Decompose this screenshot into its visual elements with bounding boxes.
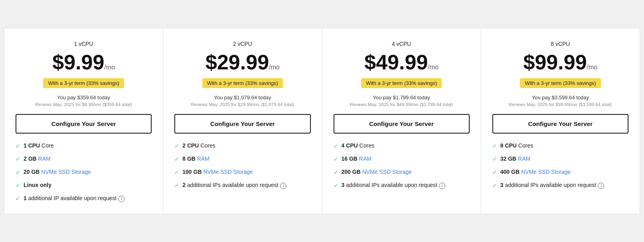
feature-colored: NVMe SSD Storage (202, 169, 253, 175)
features-list: ✓4 CPU Cores✓16 GB RAM✓200 GB NVMe SSD S… (334, 142, 470, 189)
features-list: ✓8 CPU Cores✓32 GB RAM✓400 GB NVMe SSD S… (492, 142, 628, 189)
feature-item: ✓Linux only (16, 182, 152, 189)
pricing-cards: 1 vCPU$9.99/moWith a 3-yr term (33% savi… (4, 29, 640, 213)
vcpu-label: 8 vCPU (492, 41, 628, 47)
feature-text: 8 CPU Cores (500, 142, 533, 149)
feature-rest: Cores (358, 142, 374, 149)
pricing-card-plan-8vcpu: 8 vCPU$99.99/moWith a 3-yr term (33% sav… (481, 29, 640, 213)
feature-rest: additional IP available upon request (27, 195, 117, 201)
feature-item: ✓100 GB NVMe SSD Storage (174, 169, 310, 175)
pay-today: You pay $1,079.64 today (174, 94, 310, 100)
configure-button[interactable]: Configure Your Server (174, 114, 310, 134)
check-icon: ✓ (16, 169, 20, 175)
price-amount: $9.99 (52, 51, 104, 74)
feature-text: 2 GB RAM (24, 155, 51, 162)
features-list: ✓1 CPU Core✓2 GB RAM✓20 GB NVMe SSD Stor… (16, 142, 152, 202)
info-icon[interactable]: i (439, 183, 445, 189)
feature-item: ✓1 CPU Core (16, 142, 152, 149)
check-icon: ✓ (492, 143, 497, 149)
feature-item: ✓2 GB RAM (16, 155, 152, 162)
feature-bold: 1 (24, 195, 27, 201)
feature-colored: RAM (516, 155, 530, 162)
configure-button[interactable]: Configure Your Server (334, 114, 470, 134)
feature-rest: Cores (199, 142, 215, 149)
check-icon: ✓ (16, 195, 20, 202)
feature-bold: 2 CPU (182, 142, 199, 149)
savings-badge: With a 3-yr term (33% savings) (43, 78, 124, 88)
feature-text: 8 GB RAM (182, 155, 209, 162)
check-icon: ✓ (16, 156, 20, 162)
check-icon: ✓ (492, 169, 497, 175)
feature-item: ✓4 CPU Cores (334, 142, 470, 149)
feature-colored: RAM (196, 155, 209, 162)
feature-text: 3 additional IPs available upon requesti (342, 182, 446, 189)
price-row: $9.99/mo (16, 52, 152, 73)
feature-text: 400 GB NVMe SSD Storage (500, 169, 571, 175)
price-period: /mo (428, 64, 439, 71)
feature-text: 2 CPU Cores (182, 142, 215, 149)
check-icon: ✓ (174, 156, 179, 162)
feature-rest: Cores (517, 142, 533, 149)
savings-badge: With a 3-yr term (33% savings) (520, 78, 601, 88)
price-row: $99.99/mo (492, 52, 628, 73)
feature-colored: RAM (37, 155, 51, 162)
pricing-card-plan-2vcpu: 2 vCPU$29.99/moWith a 3-yr term (33% sav… (163, 29, 322, 213)
feature-text: 16 GB RAM (342, 155, 371, 162)
pay-today: You pay $3,599.64 today (492, 94, 628, 100)
feature-bold: 8 CPU (500, 142, 517, 149)
feature-text: 4 CPU Cores (342, 142, 374, 149)
feature-colored: NVMe SSD Storage (361, 169, 412, 175)
configure-button[interactable]: Configure Your Server (16, 114, 152, 134)
feature-rest: additional IPs available upon request (344, 182, 437, 188)
feature-text: 20 GB NVMe SSD Storage (24, 169, 91, 175)
savings-row: With a 3-yr term (33% savings) (334, 78, 470, 92)
feature-text: Linux only (24, 182, 51, 188)
check-icon: ✓ (174, 182, 179, 189)
feature-item: ✓16 GB RAM (334, 155, 470, 162)
check-icon: ✓ (334, 182, 338, 189)
feature-text: 100 GB NVMe SSD Storage (182, 169, 253, 175)
feature-text: 1 additional IP available upon requesti (24, 195, 124, 202)
renews-text: Renews May. 2025 for $9.99/mo ($359.64 t… (16, 102, 152, 107)
feature-item: ✓1 additional IP available upon requesti (16, 195, 152, 202)
feature-colored: RAM (358, 155, 371, 162)
savings-row: With a 3-yr term (33% savings) (16, 78, 152, 92)
features-list: ✓2 CPU Cores✓8 GB RAM✓100 GB NVMe SSD St… (174, 142, 310, 189)
feature-rest: additional IPs available upon request (504, 182, 597, 188)
configure-button[interactable]: Configure Your Server (492, 114, 628, 134)
price-row: $49.99/mo (334, 52, 470, 73)
feature-bold: 2 (182, 182, 186, 188)
pay-today: You pay $1,799.64 today (334, 94, 470, 100)
price-amount: $49.99 (364, 51, 428, 74)
feature-text: 2 additional IPs available upon requesti (182, 182, 286, 189)
feature-bold: 3 (500, 182, 504, 188)
feature-bold: 16 GB (342, 155, 358, 162)
info-icon[interactable]: i (118, 196, 124, 202)
check-icon: ✓ (174, 143, 179, 149)
feature-bold: 100 GB (182, 169, 201, 175)
check-icon: ✓ (334, 169, 338, 175)
feature-text: 3 additional IPs available upon requesti (500, 182, 604, 189)
feature-item: ✓3 additional IPs available upon request… (334, 182, 470, 189)
info-icon[interactable]: i (280, 183, 286, 189)
renews-text: Renews May. 2025 for $29.99/mo ($1,079.6… (174, 102, 310, 107)
renews-text: Renews May. 2025 for $99.99/mo ($3,599.6… (492, 102, 628, 107)
check-icon: ✓ (334, 143, 338, 149)
feature-item: ✓3 additional IPs available upon request… (492, 182, 628, 189)
feature-item: ✓200 GB NVMe SSD Storage (334, 169, 470, 175)
info-icon[interactable]: i (598, 183, 604, 189)
feature-colored: NVMe SSD Storage (40, 169, 91, 175)
feature-item: ✓20 GB NVMe SSD Storage (16, 169, 152, 175)
feature-bold: 400 GB (500, 169, 520, 175)
pricing-card-plan-4vcpu: 4 vCPU$49.99/moWith a 3-yr term (33% sav… (322, 29, 481, 213)
feature-item: ✓8 CPU Cores (492, 142, 628, 149)
feature-bold: 1 CPU (24, 142, 40, 149)
feature-bold: 20 GB (24, 169, 40, 175)
vcpu-label: 2 vCPU (174, 41, 310, 47)
savings-badge: With a 3-yr term (33% savings) (202, 78, 283, 88)
feature-colored: NVMe SSD Storage (520, 169, 571, 175)
price-row: $29.99/mo (174, 52, 310, 73)
vcpu-label: 1 vCPU (16, 41, 152, 47)
feature-bold: 8 GB (182, 155, 196, 162)
check-icon: ✓ (16, 182, 20, 189)
